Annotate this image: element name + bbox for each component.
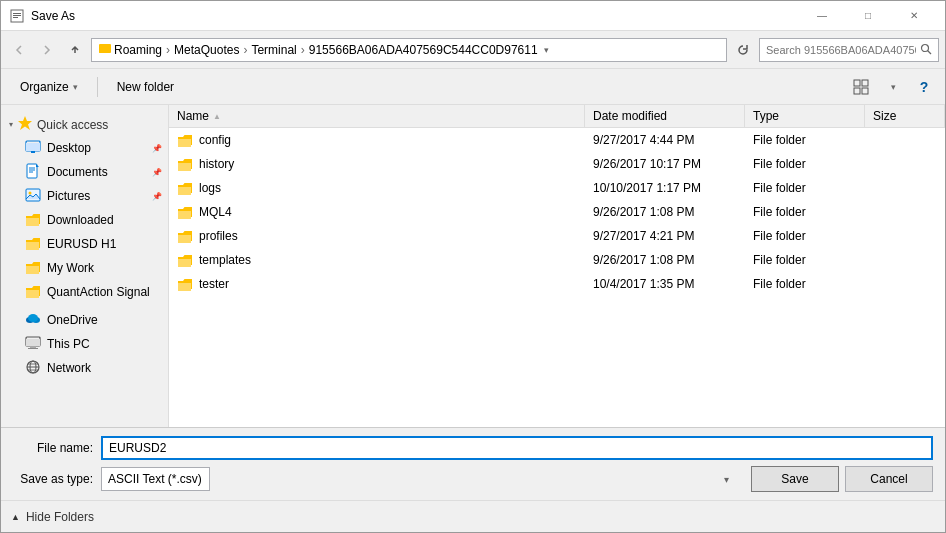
sidebar-item-desktop[interactable]: Desktop 📌 [1,136,168,160]
table-row[interactable]: config 9/27/2017 4:44 PM File folder [169,128,945,152]
hide-folders-label: Hide Folders [26,510,94,524]
file-type-cell: File folder [745,152,865,176]
col-name-label: Name [177,109,209,123]
sidebar-item-onedrive-label: OneDrive [47,313,98,327]
svg-rect-9 [862,80,868,86]
cancel-button[interactable]: Cancel [845,466,933,492]
file-date-cell: 9/27/2017 4:21 PM [585,224,745,248]
col-header-type[interactable]: Type [745,105,865,127]
sidebar-section-quick-access[interactable]: ▾ Quick access [1,109,168,136]
new-folder-button[interactable]: New folder [106,74,185,100]
svg-point-21 [29,191,32,194]
svg-rect-27 [30,346,36,348]
organize-button[interactable]: Organize ▾ [9,74,89,100]
search-bar [759,38,939,62]
file-date-cell: 9/26/2017 10:17 PM [585,152,745,176]
sidebar-item-thispc[interactable]: This PC [1,332,168,356]
file-size-cell [865,272,945,296]
sidebar-item-downloaded-label: Downloaded [47,213,114,227]
breadcrumb-terminal[interactable]: Terminal [251,43,296,57]
file-date: 10/10/2017 1:17 PM [593,181,701,195]
svg-marker-12 [18,116,32,130]
up-button[interactable] [63,38,87,62]
sidebar-item-onedrive[interactable]: OneDrive [1,308,168,332]
file-name: logs [199,181,221,195]
file-name: history [199,157,234,171]
minimize-button[interactable]: — [799,1,845,31]
table-row[interactable]: templates 9/26/2017 1:08 PM File folder [169,248,945,272]
filelist: Name ▲ Date modified Type Size [169,105,945,427]
svg-rect-28 [28,348,38,349]
file-size-cell [865,200,945,224]
quick-access-collapse-arrow: ▾ [9,120,13,129]
breadcrumb-metaquotes[interactable]: MetaQuotes [174,43,239,57]
col-header-name[interactable]: Name ▲ [169,105,585,127]
file-date: 9/26/2017 1:08 PM [593,205,694,219]
table-row[interactable]: MQL4 9/26/2017 1:08 PM File folder [169,200,945,224]
sidebar-item-network[interactable]: Network [1,356,168,380]
svg-rect-14 [26,143,40,151]
hide-folders-button[interactable]: ▲ Hide Folders [1,500,945,532]
network-icon [25,359,41,378]
view-button[interactable] [847,74,875,100]
organize-dropdown-icon: ▾ [73,82,78,92]
file-type: File folder [753,157,806,171]
search-icon [920,43,932,57]
back-button[interactable] [7,38,31,62]
close-button[interactable]: ✕ [891,1,937,31]
file-name: config [199,133,231,147]
breadcrumb[interactable]: Roaming › MetaQuotes › Terminal › 915566… [91,38,727,62]
sidebar-item-documents-label: Documents [47,165,108,179]
col-header-size[interactable]: Size [865,105,945,127]
search-input[interactable] [766,44,916,56]
file-name: MQL4 [199,205,232,219]
file-type: File folder [753,181,806,195]
col-header-date[interactable]: Date modified [585,105,745,127]
folder-icon [177,204,193,220]
file-date-cell: 9/26/2017 1:08 PM [585,200,745,224]
quick-access-icon [17,115,33,134]
file-type-cell: File folder [745,176,865,200]
folder-icon [177,132,193,148]
svg-rect-20 [26,189,40,201]
forward-button[interactable] [35,38,59,62]
file-name-cell: history [169,152,585,176]
downloaded-folder-icon [25,211,41,230]
breadcrumb-roaming[interactable]: Roaming [114,43,162,57]
toolbar-right: ▾ ? [847,74,937,100]
view-dropdown-button[interactable]: ▾ [879,74,907,100]
savetype-wrapper: ASCII Text (*.csv) CSV (*.csv) Text (*.t… [101,467,735,491]
sidebar-item-downloaded[interactable]: Downloaded [1,208,168,232]
sidebar-item-eurusd[interactable]: EURUSD H1 [1,232,168,256]
savetype-select[interactable]: ASCII Text (*.csv) CSV (*.csv) Text (*.t… [101,467,210,491]
sidebar-item-quantaction[interactable]: QuantAction Signal [1,280,168,304]
savetype-row: Save as type: ASCII Text (*.csv) CSV (*.… [13,466,933,492]
sidebar-item-mywork[interactable]: My Work [1,256,168,280]
folder-icon [177,156,193,172]
file-date: 9/27/2017 4:44 PM [593,133,694,147]
mywork-folder-icon [25,259,41,278]
maximize-button[interactable]: □ [845,1,891,31]
filelist-body: config 9/27/2017 4:44 PM File folder his… [169,128,945,296]
svg-rect-26 [26,339,40,346]
col-date-label: Date modified [593,109,667,123]
window-title: Save As [31,9,799,23]
folder-icon [177,180,193,196]
file-name-cell: logs [169,176,585,200]
save-button[interactable]: Save [751,466,839,492]
breadcrumb-folder-id[interactable]: 915566BA06ADA407569C544CC0D97611 [309,43,538,57]
help-button[interactable]: ? [911,74,937,100]
sidebar-item-documents[interactable]: Documents 📌 [1,160,168,184]
table-row[interactable]: profiles 9/27/2017 4:21 PM File folder [169,224,945,248]
sidebar-item-pictures[interactable]: Pictures 📌 [1,184,168,208]
breadcrumb-dropdown-arrow[interactable]: ▾ [544,45,549,55]
table-row[interactable]: history 9/26/2017 10:17 PM File folder [169,152,945,176]
file-name-cell: config [169,128,585,152]
table-row[interactable]: tester 10/4/2017 1:35 PM File folder [169,272,945,296]
refresh-button[interactable] [731,38,755,62]
table-row[interactable]: logs 10/10/2017 1:17 PM File folder [169,176,945,200]
file-name-cell: templates [169,248,585,272]
quantaction-folder-icon [25,283,41,302]
filename-input[interactable] [101,436,933,460]
sidebar-item-thispc-label: This PC [47,337,90,351]
